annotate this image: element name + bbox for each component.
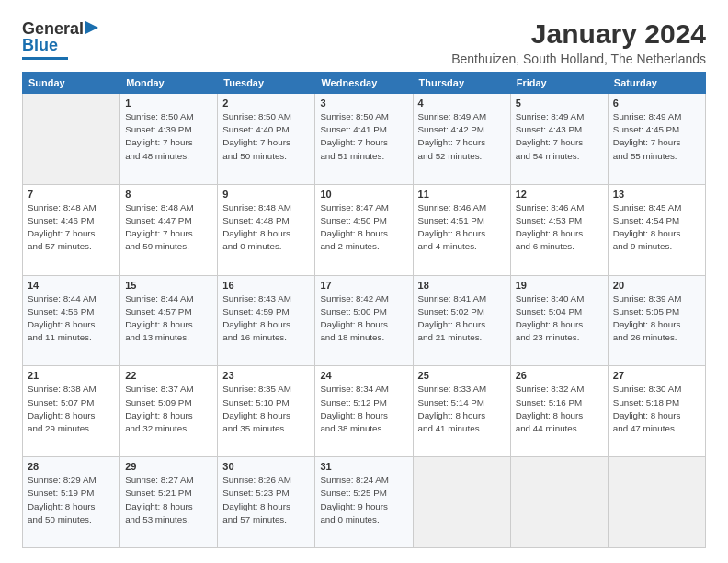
day-info: Sunrise: 8:48 AM Sunset: 4:47 PM Dayligh…: [125, 201, 212, 254]
calendar-cell: 3Sunrise: 8:50 AM Sunset: 4:41 PM Daylig…: [315, 94, 413, 185]
logo-blue: Blue: [22, 37, 58, 55]
calendar-cell: 29Sunrise: 8:27 AM Sunset: 5:21 PM Dayli…: [120, 457, 218, 548]
day-number: 3: [320, 98, 407, 109]
day-info: Sunrise: 8:29 AM Sunset: 5:19 PM Dayligh…: [28, 474, 115, 526]
day-number: 12: [516, 189, 603, 200]
header: General Blue January 2024 Benthuizen, So…: [22, 18, 706, 66]
day-info: Sunrise: 8:49 AM Sunset: 4:45 PM Dayligh…: [613, 110, 700, 163]
calendar-cell: 13Sunrise: 8:45 AM Sunset: 4:54 PM Dayli…: [608, 184, 705, 275]
calendar-cell: 25Sunrise: 8:33 AM Sunset: 5:14 PM Dayli…: [413, 366, 510, 457]
day-number: 18: [418, 280, 506, 291]
header-tuesday: Tuesday: [218, 73, 315, 94]
day-info: Sunrise: 8:32 AM Sunset: 5:16 PM Dayligh…: [516, 383, 603, 435]
day-number: 25: [418, 370, 506, 381]
calendar-week-2: 7Sunrise: 8:48 AM Sunset: 4:46 PM Daylig…: [23, 184, 706, 275]
logo-arrow-icon: [85, 21, 98, 34]
day-number: 16: [222, 280, 310, 291]
calendar-cell: 7Sunrise: 8:48 AM Sunset: 4:46 PM Daylig…: [23, 184, 120, 275]
day-number: 26: [516, 370, 603, 381]
logo-underline: [22, 57, 68, 60]
page: General Blue January 2024 Benthuizen, So…: [0, 0, 728, 563]
day-info: Sunrise: 8:30 AM Sunset: 5:18 PM Dayligh…: [613, 383, 700, 435]
day-info: Sunrise: 8:33 AM Sunset: 5:14 PM Dayligh…: [418, 383, 506, 435]
day-info: Sunrise: 8:45 AM Sunset: 4:54 PM Dayligh…: [613, 201, 700, 254]
day-number: 11: [418, 189, 506, 200]
day-info: Sunrise: 8:50 AM Sunset: 4:40 PM Dayligh…: [222, 110, 310, 163]
day-info: Sunrise: 8:46 AM Sunset: 4:53 PM Dayligh…: [516, 201, 603, 254]
calendar-cell: 11Sunrise: 8:46 AM Sunset: 4:51 PM Dayli…: [413, 184, 510, 275]
day-number: 29: [125, 461, 212, 472]
header-thursday: Thursday: [413, 73, 510, 94]
day-number: 20: [613, 280, 700, 291]
day-info: Sunrise: 8:27 AM Sunset: 5:21 PM Dayligh…: [125, 474, 212, 526]
calendar-cell: [510, 457, 608, 548]
calendar-cell: 10Sunrise: 8:47 AM Sunset: 4:50 PM Dayli…: [315, 184, 413, 275]
subtitle: Benthuizen, South Holland, The Netherlan…: [451, 52, 706, 66]
day-number: 24: [320, 370, 407, 381]
day-number: 23: [222, 370, 310, 381]
calendar-cell: 5Sunrise: 8:49 AM Sunset: 4:43 PM Daylig…: [510, 94, 608, 185]
day-info: Sunrise: 8:49 AM Sunset: 4:42 PM Dayligh…: [418, 110, 506, 163]
day-info: Sunrise: 8:49 AM Sunset: 4:43 PM Dayligh…: [516, 110, 603, 163]
calendar-week-5: 28Sunrise: 8:29 AM Sunset: 5:19 PM Dayli…: [23, 457, 706, 548]
day-number: 17: [320, 280, 407, 291]
calendar-cell: 18Sunrise: 8:41 AM Sunset: 5:02 PM Dayli…: [413, 275, 510, 366]
calendar-week-4: 21Sunrise: 8:38 AM Sunset: 5:07 PM Dayli…: [23, 366, 706, 457]
calendar-cell: 21Sunrise: 8:38 AM Sunset: 5:07 PM Dayli…: [23, 366, 120, 457]
day-number: 15: [125, 280, 212, 291]
svg-marker-0: [85, 21, 98, 34]
day-info: Sunrise: 8:40 AM Sunset: 5:04 PM Dayligh…: [516, 293, 603, 345]
day-number: 10: [320, 189, 407, 200]
day-info: Sunrise: 8:48 AM Sunset: 4:46 PM Dayligh…: [28, 201, 115, 254]
calendar-header-row: Sunday Monday Tuesday Wednesday Thursday…: [23, 73, 706, 94]
day-info: Sunrise: 8:34 AM Sunset: 5:12 PM Dayligh…: [320, 383, 407, 435]
calendar-cell: 27Sunrise: 8:30 AM Sunset: 5:18 PM Dayli…: [608, 366, 705, 457]
day-info: Sunrise: 8:44 AM Sunset: 4:57 PM Dayligh…: [125, 293, 212, 345]
day-info: Sunrise: 8:41 AM Sunset: 5:02 PM Dayligh…: [418, 293, 506, 345]
day-info: Sunrise: 8:26 AM Sunset: 5:23 PM Dayligh…: [222, 474, 310, 526]
day-number: 5: [516, 98, 603, 109]
calendar-table: Sunday Monday Tuesday Wednesday Thursday…: [22, 72, 706, 548]
day-info: Sunrise: 8:43 AM Sunset: 4:59 PM Dayligh…: [222, 293, 310, 345]
day-info: Sunrise: 8:44 AM Sunset: 4:56 PM Dayligh…: [28, 293, 115, 345]
day-info: Sunrise: 8:39 AM Sunset: 5:05 PM Dayligh…: [613, 293, 700, 345]
calendar-cell: 9Sunrise: 8:48 AM Sunset: 4:48 PM Daylig…: [218, 184, 315, 275]
calendar-cell: 23Sunrise: 8:35 AM Sunset: 5:10 PM Dayli…: [218, 366, 315, 457]
day-info: Sunrise: 8:47 AM Sunset: 4:50 PM Dayligh…: [320, 201, 407, 254]
calendar-cell: 16Sunrise: 8:43 AM Sunset: 4:59 PM Dayli…: [218, 275, 315, 366]
day-info: Sunrise: 8:35 AM Sunset: 5:10 PM Dayligh…: [222, 383, 310, 435]
calendar-cell: 15Sunrise: 8:44 AM Sunset: 4:57 PM Dayli…: [120, 275, 218, 366]
calendar-week-3: 14Sunrise: 8:44 AM Sunset: 4:56 PM Dayli…: [23, 275, 706, 366]
day-number: 14: [28, 280, 115, 291]
day-number: 28: [28, 461, 115, 472]
calendar-cell: 17Sunrise: 8:42 AM Sunset: 5:00 PM Dayli…: [315, 275, 413, 366]
day-number: 2: [222, 98, 310, 109]
calendar-cell: [413, 457, 510, 548]
header-monday: Monday: [120, 73, 218, 94]
calendar-cell: 2Sunrise: 8:50 AM Sunset: 4:40 PM Daylig…: [218, 94, 315, 185]
header-saturday: Saturday: [608, 73, 705, 94]
day-info: Sunrise: 8:38 AM Sunset: 5:07 PM Dayligh…: [28, 383, 115, 435]
header-wednesday: Wednesday: [315, 73, 413, 94]
calendar-cell: 8Sunrise: 8:48 AM Sunset: 4:47 PM Daylig…: [120, 184, 218, 275]
day-number: 30: [222, 461, 310, 472]
day-number: 8: [125, 189, 212, 200]
calendar-cell: [608, 457, 705, 548]
day-number: 27: [613, 370, 700, 381]
day-number: 4: [418, 98, 506, 109]
day-number: 19: [516, 280, 603, 291]
calendar-cell: [23, 94, 120, 185]
day-number: 13: [613, 189, 700, 200]
calendar-cell: 4Sunrise: 8:49 AM Sunset: 4:42 PM Daylig…: [413, 94, 510, 185]
calendar-cell: 6Sunrise: 8:49 AM Sunset: 4:45 PM Daylig…: [608, 94, 705, 185]
day-number: 1: [125, 98, 212, 109]
day-info: Sunrise: 8:42 AM Sunset: 5:00 PM Dayligh…: [320, 293, 407, 345]
day-info: Sunrise: 8:37 AM Sunset: 5:09 PM Dayligh…: [125, 383, 212, 435]
day-number: 22: [125, 370, 212, 381]
calendar-cell: 14Sunrise: 8:44 AM Sunset: 4:56 PM Dayli…: [23, 275, 120, 366]
day-info: Sunrise: 8:50 AM Sunset: 4:41 PM Dayligh…: [320, 110, 407, 163]
day-info: Sunrise: 8:24 AM Sunset: 5:25 PM Dayligh…: [320, 474, 407, 526]
header-friday: Friday: [510, 73, 608, 94]
calendar-cell: 1Sunrise: 8:50 AM Sunset: 4:39 PM Daylig…: [120, 94, 218, 185]
calendar-cell: 24Sunrise: 8:34 AM Sunset: 5:12 PM Dayli…: [315, 366, 413, 457]
